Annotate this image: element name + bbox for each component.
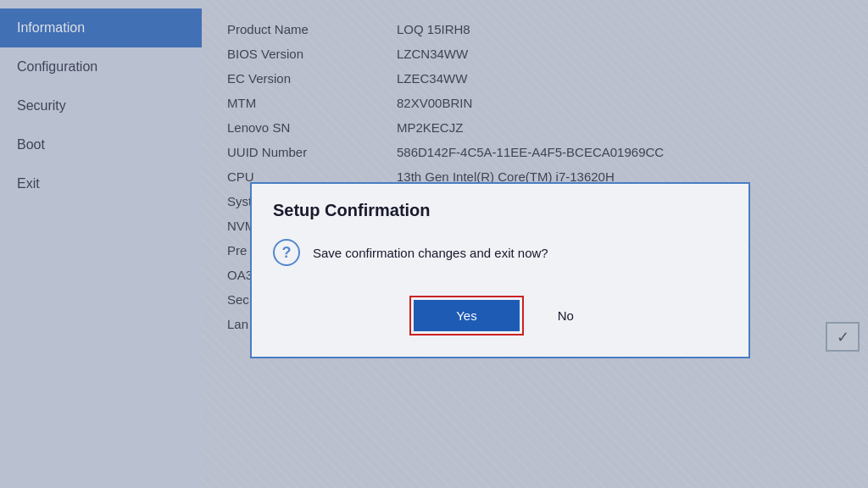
yes-button[interactable]: Yes (414, 300, 519, 331)
no-button[interactable]: No (541, 300, 591, 331)
dialog-title: Setup Confirmation (252, 184, 748, 230)
dialog-overlay: Setup Confirmation ? Save confirmation c… (0, 0, 868, 488)
setup-confirmation-dialog: Setup Confirmation ? Save confirmation c… (250, 182, 750, 358)
question-icon: ? (273, 239, 300, 266)
yes-button-container: Yes (409, 296, 523, 336)
dialog-message: Save confirmation changes and exit now? (313, 246, 548, 260)
dialog-buttons: Yes No (252, 287, 748, 357)
dialog-body: ? Save confirmation changes and exit now… (252, 230, 748, 287)
